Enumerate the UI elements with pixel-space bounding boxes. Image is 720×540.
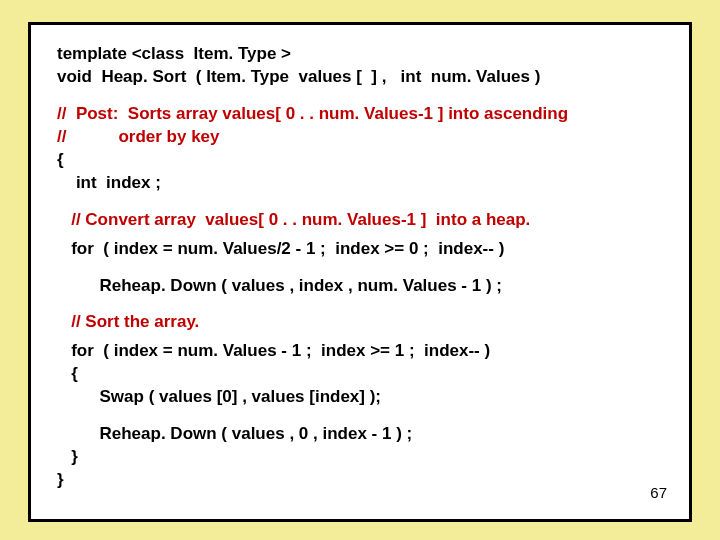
code-comment: // Convert array values[ 0 . . num. Valu… <box>57 209 669 232</box>
code-line: for ( index = num. Values - 1 ; index >=… <box>57 340 669 363</box>
code-line: } <box>57 446 669 469</box>
code-line: } <box>57 469 669 492</box>
code-line: for ( index = num. Values/2 - 1 ; index … <box>57 238 669 261</box>
page-number: 67 <box>650 484 667 501</box>
code-comment: // order by key <box>57 126 669 149</box>
code-line: void Heap. Sort ( Item. Type values [ ] … <box>57 66 669 89</box>
code-line: { <box>57 363 669 386</box>
code-line: { <box>57 149 669 172</box>
code-line: Reheap. Down ( values , index , num. Val… <box>57 275 669 298</box>
code-box: template <class Item. Type > void Heap. … <box>28 22 692 522</box>
code-line: Reheap. Down ( values , 0 , index - 1 ) … <box>57 423 669 446</box>
code-comment: // Sort the array. <box>57 311 669 334</box>
code-line: Swap ( values [0] , values [index] ); <box>57 386 669 409</box>
code-comment: // Post: Sorts array values[ 0 . . num. … <box>57 103 669 126</box>
code-line: int index ; <box>57 172 669 195</box>
code-line: template <class Item. Type > <box>57 43 669 66</box>
slide: template <class Item. Type > void Heap. … <box>0 0 720 540</box>
